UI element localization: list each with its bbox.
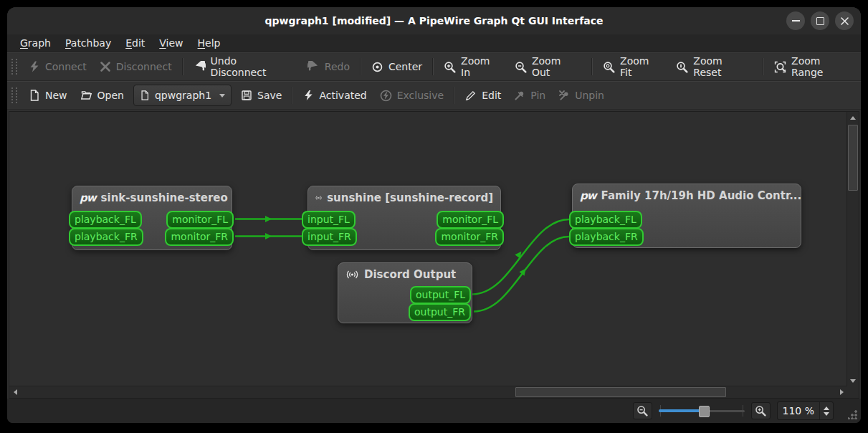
zoom-in-button[interactable]: Zoom In [437,56,508,77]
unpin-button[interactable]: Unpin [552,85,611,106]
file-icon [140,90,150,100]
zoom-fit-button[interactable]: Zoom Fit [596,56,669,77]
port-output-fl[interactable]: output_FL [410,286,471,304]
session-combo-value: qpwgraph1 [155,90,211,101]
horizontal-scrollbar[interactable] [9,386,847,398]
activated-icon [303,90,314,101]
graph-canvas[interactable]: pw sink-sunshine-stereo playback_FL play… [9,111,859,399]
menu-view[interactable]: View [152,34,190,52]
zoom-reset-icon [676,61,688,73]
maximize-button[interactable] [811,11,829,30]
spin-buttons[interactable] [819,402,833,419]
zoom-out-icon [515,61,527,73]
session-combo[interactable]: qpwgraph1 [133,85,232,106]
scroll-down-button[interactable] [847,375,859,386]
scroll-left-button[interactable] [9,386,21,398]
toolbar-separator [763,58,764,75]
slider-handle[interactable] [699,406,710,417]
port-monitor-fr[interactable]: monitor_FR [165,228,234,246]
zoom-spinbox[interactable]: 110 % [777,401,834,420]
zoom-in-icon [444,61,456,73]
port-playback-fr[interactable]: playback_FR [569,228,644,246]
port-playback-fl[interactable]: playback_FL [569,211,642,229]
vertical-scroll-thumb[interactable] [848,125,858,191]
vertical-scrollbar[interactable] [846,112,859,386]
undo-disconnect-button[interactable]: Undo Disconnect [187,56,301,77]
broadcast-icon [315,192,322,204]
toolbar-drag-handle[interactable] [11,87,17,103]
port-monitor-fl[interactable]: monitor_FL [437,211,504,229]
port-input-fl[interactable]: input_FL [302,211,356,229]
zoom-reset-button[interactable]: Zoom Reset [669,56,759,77]
disconnect-button[interactable]: Disconnect [93,56,178,77]
titlebar[interactable]: qpwgraph1 [modified] — A PipeWire Graph … [7,7,861,34]
new-button[interactable]: New [22,85,74,106]
port-playback-fr[interactable]: playback_FR [69,228,143,246]
exclusive-button[interactable]: Exclusive [373,85,450,106]
node-header[interactable]: Discord Output [338,263,472,286]
zoom-slider[interactable] [659,404,745,417]
connections-layer [9,112,849,390]
center-button[interactable]: Center [365,56,429,77]
statusbar-zoom-out-button[interactable] [633,402,652,419]
scrollbar-corner [847,386,859,398]
minimize-icon [792,20,800,22]
menu-graph[interactable]: Graph [13,34,58,52]
node-title: sunshine [sunshine-record] [327,191,493,204]
minimize-button[interactable] [786,11,805,30]
menu-patchbay[interactable]: Patchbay [58,34,118,52]
node-header[interactable]: sunshine [sunshine-record] [308,186,500,209]
zoom-out-icon [636,405,648,417]
port-input-fr[interactable]: input_FR [302,228,357,246]
pipewire-icon: pw [580,189,596,202]
edit-pencil-icon [465,90,477,101]
connect-icon [29,61,40,72]
open-folder-icon [80,90,92,101]
menu-edit[interactable]: Edit [118,34,152,52]
graph-toolbar: Connect Disconnect Undo Disconnect Redo … [7,52,861,81]
scroll-right-button[interactable] [836,386,847,398]
connect-button[interactable]: Connect [22,56,93,77]
scroll-up-button[interactable] [847,112,859,123]
close-icon [841,17,849,25]
activated-button[interactable]: Activated [297,85,373,106]
zoom-range-button[interactable]: Zoom Range [768,56,861,77]
triangle-right-icon [840,389,844,395]
toolbar-drag-handle[interactable] [11,59,17,75]
edit-button[interactable]: Edit [459,85,507,106]
pin-button[interactable]: Pin [507,85,552,106]
toolbar-separator [454,87,455,104]
node-header[interactable]: pw sink-sunshine-stereo [72,186,232,209]
port-monitor-fl[interactable]: monitor_FL [166,211,234,229]
toolbar-separator [591,58,593,75]
center-icon [371,61,383,73]
save-icon [241,90,252,101]
node-header[interactable]: pw Family 17h/19h HD Audio Contr... [573,184,801,207]
toolbar-separator [432,58,434,75]
close-button[interactable] [835,11,854,30]
triangle-left-icon [14,389,17,395]
chevron-down-icon [219,94,225,97]
port-monitor-fr[interactable]: monitor_FR [435,228,504,246]
triangle-up-icon [850,116,856,120]
port-playback-fl[interactable]: playback_FL [69,211,142,229]
zoom-out-button[interactable]: Zoom Out [508,56,588,77]
pin-icon [514,90,525,101]
slider-fill [659,409,703,412]
menu-help[interactable]: Help [191,34,228,52]
statusbar-zoom-in-button[interactable] [751,402,771,419]
window-title: qpwgraph1 [modified] — A PipeWire Graph … [7,15,861,27]
redo-icon [307,61,320,73]
unpin-icon [558,90,570,101]
toolbar-separator [182,58,183,75]
save-button[interactable]: Save [234,85,288,106]
open-button[interactable]: Open [74,85,130,106]
spin-up-icon [824,406,829,410]
resize-grip[interactable] [848,410,857,419]
toolbar-separator [360,58,361,75]
zoom-fit-icon [603,61,615,73]
undo-icon [194,61,206,73]
horizontal-scroll-thumb[interactable] [515,387,726,397]
redo-button[interactable]: Redo [301,56,356,77]
port-output-fr[interactable]: output_FR [409,303,471,321]
